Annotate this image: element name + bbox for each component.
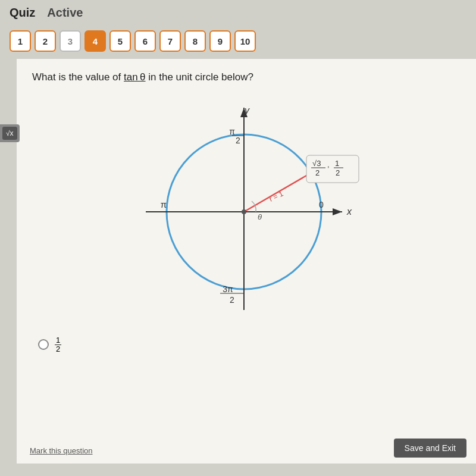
save-exit-button[interactable]: Save and Exit [394, 439, 466, 458]
tab-6[interactable]: 6 [134, 30, 156, 52]
svg-text:2: 2 [315, 168, 320, 177]
header: Quiz Active [0, 0, 476, 26]
tab-7[interactable]: 7 [159, 30, 181, 52]
main-content: √x What is the value of tan θ in the uni… [0, 59, 476, 464]
svg-text:√3: √3 [312, 159, 321, 168]
mark-question-button[interactable]: Mark this question [30, 446, 93, 455]
zero-label: 0 [319, 200, 324, 209]
quiz-label: Quiz [10, 6, 35, 20]
left-accent [0, 59, 17, 464]
tan-theta: tan θ [124, 71, 146, 83]
pi-label: π [161, 199, 167, 209]
svg-text:2: 2 [230, 295, 234, 305]
content-inner: What is the value of tan θ in the unit c… [32, 70, 462, 353]
bottom-bar: Save and Exit [384, 433, 476, 464]
three-pi-half-label: 3π [223, 284, 233, 294]
answer-label-1: 1 2 [55, 336, 61, 354]
pi-half-label: π [229, 127, 235, 136]
svg-point-7 [242, 209, 246, 214]
y-axis-label: y [244, 105, 250, 115]
svg-text:1: 1 [335, 159, 339, 168]
svg-text:2: 2 [236, 136, 240, 145]
r-label: r = 1 [268, 189, 284, 203]
tab-2[interactable]: 2 [35, 30, 56, 52]
tab-4[interactable]: 4 [84, 30, 106, 52]
tab-8[interactable]: 8 [184, 30, 206, 52]
tab-1[interactable]: 1 [10, 30, 31, 52]
answer-option-1: 1 2 [38, 336, 462, 354]
tabs-bar: 1 2 3 4 5 6 7 8 9 10 [0, 26, 476, 57]
tab-10[interactable]: 10 [234, 30, 256, 52]
radio-opt1[interactable] [38, 339, 49, 350]
theta-diagram-label: θ [258, 212, 262, 221]
question-text: What is the value of tan θ in the unit c… [32, 70, 462, 85]
x-axis-label: x [346, 206, 352, 217]
svg-text:,: , [327, 160, 330, 169]
side-tools: √x [0, 124, 20, 142]
unit-circle-svg: y x π 2 3π 2 π 0 θ r = 1 [128, 96, 366, 322]
tab-3[interactable]: 3 [60, 30, 81, 52]
tab-5[interactable]: 5 [109, 30, 131, 52]
sqrt-tool[interactable]: √x [2, 127, 17, 140]
active-label: Active [47, 6, 83, 20]
svg-text:2: 2 [336, 168, 340, 177]
answer-options: 1 2 [38, 336, 462, 354]
tab-9[interactable]: 9 [209, 30, 231, 52]
fraction-half: 1 2 [55, 336, 61, 354]
diagram-area: y x π 2 3π 2 π 0 θ r = 1 [32, 96, 462, 322]
